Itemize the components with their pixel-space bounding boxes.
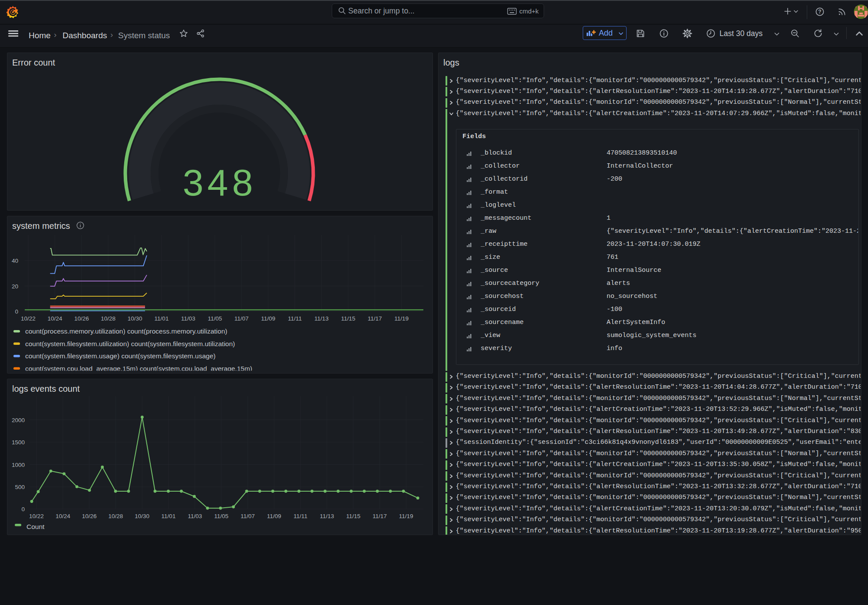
svg-text:11/05: 11/05 <box>214 513 228 519</box>
svg-text:11/03: 11/03 <box>188 513 202 519</box>
svg-text:10/30: 10/30 <box>128 315 142 322</box>
svg-text:0: 0 <box>15 308 18 315</box>
svg-text:11/01: 11/01 <box>155 315 169 322</box>
svg-text:11/13: 11/13 <box>314 315 329 322</box>
svg-text:?: ? <box>818 9 821 15</box>
svg-text:11/07: 11/07 <box>234 315 249 322</box>
svg-text:11/11: 11/11 <box>288 315 302 322</box>
svg-text:10/28: 10/28 <box>101 315 116 322</box>
svg-text:11/03: 11/03 <box>181 315 195 322</box>
svg-text:10/26: 10/26 <box>82 513 97 519</box>
svg-text:count(system.filesystem.utiliz: count(system.filesystem.utilization) cou… <box>25 340 235 347</box>
svg-text:10/22: 10/22 <box>21 315 36 322</box>
svg-text:10/30: 10/30 <box>135 513 149 519</box>
svg-text:0: 0 <box>21 506 25 512</box>
svg-text:11/05: 11/05 <box>208 315 222 322</box>
svg-text:11/13: 11/13 <box>320 513 334 519</box>
svg-text:11/17: 11/17 <box>373 513 387 519</box>
svg-text:500: 500 <box>15 484 25 490</box>
svg-text:348: 348 <box>183 162 257 203</box>
svg-text:10/28: 10/28 <box>109 513 123 519</box>
svg-text:11/11: 11/11 <box>294 513 307 519</box>
svg-text:1000: 1000 <box>12 462 25 468</box>
svg-text:11/19: 11/19 <box>394 315 409 322</box>
svg-text:40: 40 <box>12 258 18 264</box>
svg-text:11/15: 11/15 <box>341 315 355 322</box>
svg-text:11/15: 11/15 <box>346 513 360 519</box>
svg-text:11/09: 11/09 <box>267 513 281 519</box>
svg-text:11/17: 11/17 <box>368 315 382 322</box>
svg-text:11/19: 11/19 <box>399 513 413 519</box>
svg-text:count(process.memory.utilizati: count(process.memory.utilization) count(… <box>25 327 227 335</box>
svg-text:11/01: 11/01 <box>162 513 176 519</box>
svg-text:10/24: 10/24 <box>48 315 63 322</box>
svg-text:20: 20 <box>12 283 18 290</box>
svg-text:count(system.filesystem.usage): count(system.filesystem.usage) count(sys… <box>25 352 215 360</box>
svg-text:11/07: 11/07 <box>241 513 255 519</box>
svg-text:11/09: 11/09 <box>261 315 275 322</box>
svg-text:1500: 1500 <box>12 439 25 446</box>
svg-text:10/24: 10/24 <box>56 513 70 519</box>
svg-text:Count: Count <box>26 523 45 530</box>
svg-text:10/26: 10/26 <box>74 315 89 322</box>
svg-text:10/22: 10/22 <box>29 513 44 519</box>
svg-text:2000: 2000 <box>12 417 25 423</box>
